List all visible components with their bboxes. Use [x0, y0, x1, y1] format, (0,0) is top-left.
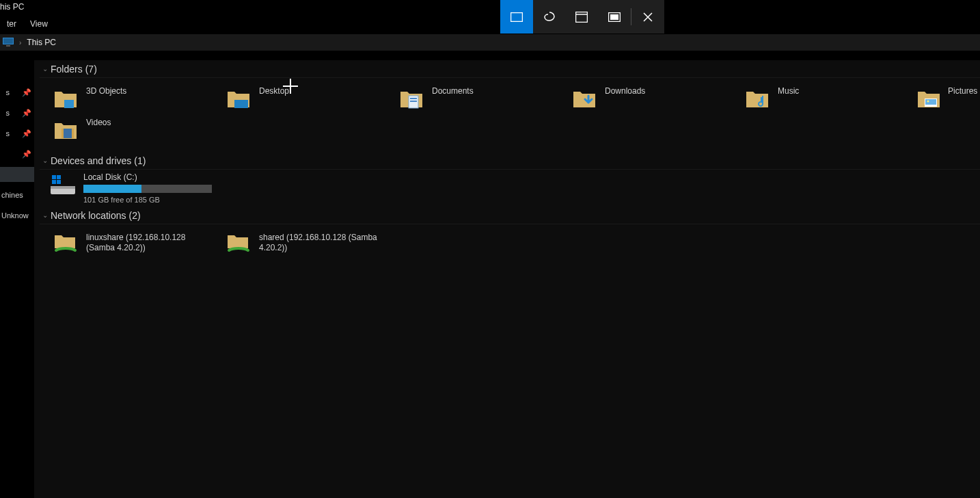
- svg-rect-9: [925, 99, 936, 105]
- network-grid: linuxshare (192.168.10.128 (Samba 4.20.2…: [40, 224, 980, 268]
- folder-pictures-icon: [916, 85, 941, 112]
- breadcrumb-this-pc[interactable]: This PC: [27, 38, 56, 47]
- window-titlebar: his PC: [0, 0, 980, 14]
- svg-rect-16: [52, 175, 56, 179]
- rectangular-snip-icon: [511, 12, 523, 22]
- sidebar-item[interactable]: s 📌: [0, 85, 34, 100]
- sidebar-item-label: s: [6, 88, 10, 96]
- folder-documents[interactable]: Documents: [395, 82, 568, 114]
- sidebar-item-label: s: [6, 129, 10, 137]
- group-title: Devices and drives: [51, 155, 131, 166]
- this-pc-icon: [3, 38, 14, 47]
- window-title: his PC: [0, 2, 24, 12]
- folder-label: Downloads: [605, 85, 645, 96]
- network-folder-icon: [52, 231, 79, 259]
- svg-rect-1: [3, 38, 13, 44]
- snip-fullscreen-button[interactable]: [598, 0, 631, 34]
- folder-desktop[interactable]: Desktop: [222, 82, 395, 114]
- menu-item-view[interactable]: View: [23, 15, 55, 33]
- pin-icon: 📌: [22, 129, 31, 138]
- sidebar-item-label: s: [6, 109, 10, 117]
- drive-local-disk-c[interactable]: Local Disk (C:) 101 GB free of 185 GB: [40, 170, 217, 207]
- menubar: ter View: [0, 14, 980, 34]
- chevron-down-icon: ⌄: [42, 157, 48, 164]
- snip-window-button[interactable]: [566, 0, 599, 34]
- group-title: Folders: [51, 64, 83, 75]
- svg-rect-21: [576, 12, 588, 22]
- chevron-down-icon: ⌄: [42, 65, 48, 73]
- folder-documents-icon: [398, 85, 425, 112]
- svg-rect-20: [511, 12, 522, 21]
- svg-rect-4: [234, 100, 248, 108]
- snip-freeform-button[interactable]: [533, 0, 566, 34]
- pin-icon: 📌: [22, 109, 31, 118]
- svg-rect-15: [51, 186, 75, 189]
- svg-rect-2: [6, 45, 10, 47]
- group-header-network[interactable]: ⌄ Network locations (2): [40, 207, 980, 224]
- chevron-down-icon: ⌄: [42, 211, 48, 219]
- folders-grid: 3D Objects Desktop Documents Downloads M…: [40, 78, 980, 152]
- svg-rect-13: [72, 129, 74, 138]
- snip-toolbar: [500, 0, 664, 34]
- folder-label: Documents: [432, 85, 474, 96]
- network-share-label: linuxshare (192.168.10.128 (Samba 4.20.2…: [86, 231, 213, 253]
- sidebar-item[interactable]: s 📌: [0, 105, 34, 120]
- chevron-right-icon: ›: [19, 39, 21, 47]
- folder-downloads[interactable]: Downloads: [568, 82, 741, 114]
- group-count: (2): [129, 210, 141, 221]
- content-pane: ⌄ Folders (7) 3D Objects Desktop Documen…: [34, 60, 980, 498]
- group-header-folders[interactable]: ⌄ Folders (7): [40, 60, 980, 78]
- folder-label: Music: [778, 85, 799, 96]
- folder-videos[interactable]: Videos: [49, 114, 222, 145]
- sidebar-item-label: Unknow: [1, 211, 29, 220]
- svg-rect-6: [410, 98, 417, 99]
- svg-rect-18: [52, 180, 56, 184]
- fullscreen-snip-icon: [608, 12, 621, 22]
- folder-music[interactable]: Music: [741, 82, 914, 114]
- snip-close-button[interactable]: [631, 0, 664, 34]
- freeform-snip-icon: [543, 11, 556, 23]
- svg-rect-7: [410, 101, 417, 102]
- group-count: (7): [85, 64, 97, 75]
- group-title: Network locations: [51, 210, 126, 221]
- folder-label: Pictures: [948, 85, 977, 96]
- menu-item-computer[interactable]: ter: [0, 15, 23, 33]
- drive-free-text: 101 GB free of 185 GB: [83, 196, 212, 204]
- sidebar-item-selected[interactable]: [0, 167, 34, 182]
- network-share-linuxshare[interactable]: linuxshare (192.168.10.128 (Samba 4.20.2…: [49, 228, 222, 261]
- address-bar[interactable]: › This PC: [0, 34, 980, 51]
- folder-downloads-icon: [571, 85, 598, 112]
- folder-desktop-icon: [225, 85, 252, 112]
- pin-icon: 📌: [22, 88, 31, 97]
- drive-name: Local Disk (C:): [83, 172, 212, 182]
- window-snip-icon: [575, 12, 588, 23]
- drive-meta: Local Disk (C:) 101 GB free of 185 GB: [83, 172, 212, 204]
- folder-3d-objects[interactable]: 3D Objects: [49, 82, 222, 114]
- network-folder-icon: [225, 231, 252, 259]
- folder-label: 3D Objects: [86, 85, 126, 96]
- folder-label: Desktop: [259, 85, 289, 96]
- network-share-shared[interactable]: shared (192.168.10.128 (Samba 4.20.2)): [222, 228, 395, 261]
- drive-usage-bar: [83, 185, 212, 193]
- sidebar-item-label: chines: [1, 191, 23, 199]
- svg-point-10: [927, 101, 929, 103]
- network-share-label: shared (192.168.10.128 (Samba 4.20.2)): [259, 231, 385, 253]
- sidebar-item[interactable]: chines: [0, 187, 34, 202]
- pin-icon: 📌: [22, 150, 31, 159]
- svg-rect-12: [62, 129, 64, 138]
- folder-pictures[interactable]: Pictures: [914, 82, 975, 114]
- folder-music-icon: [744, 85, 771, 112]
- sidebar-item[interactable]: 📌: [0, 146, 34, 161]
- group-header-drives[interactable]: ⌄ Devices and drives (1): [40, 152, 980, 170]
- svg-rect-24: [610, 14, 618, 20]
- folder-label: Videos: [86, 116, 111, 128]
- snip-rectangular-button[interactable]: [500, 0, 533, 34]
- folder-videos-icon: [52, 116, 79, 144]
- svg-rect-3: [64, 100, 74, 108]
- svg-rect-19: [57, 180, 61, 184]
- svg-rect-17: [57, 175, 61, 179]
- sidebar-item[interactable]: s 📌: [0, 126, 34, 141]
- folder-3d-objects-icon: [52, 85, 79, 112]
- close-icon: [643, 12, 653, 22]
- sidebar-item[interactable]: Unknow: [0, 208, 34, 223]
